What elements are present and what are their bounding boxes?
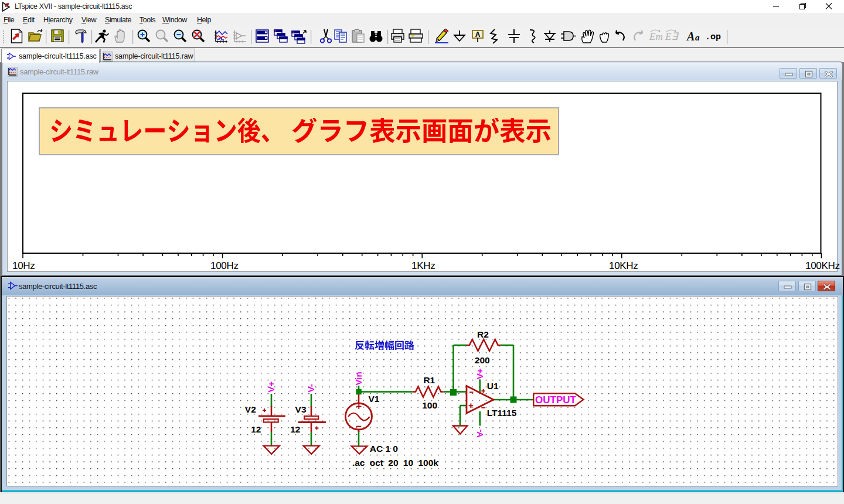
svg-text:R1: R1 [423,375,435,385]
svg-text:.ac oct 20 10 100k: .ac oct 20 10 100k [352,458,438,468]
svg-text:LT1115: LT1115 [487,408,517,418]
svg-text:V3: V3 [295,404,307,414]
svg-text:V1: V1 [369,394,380,404]
svg-text:A: A [475,30,481,39]
svg-text:A: A [686,30,695,43]
svg-text:Em: Em [649,31,663,42]
svg-text:OUTPUT: OUTPUT [535,394,577,406]
svg-text:E∃: E∃ [665,31,679,42]
svg-text:12: 12 [290,424,300,434]
svg-text:200: 200 [475,355,490,365]
svg-text:100: 100 [422,400,437,410]
svg-text:V+: V+ [475,368,485,379]
svg-text:Vin: Vin [353,372,363,385]
svg-text:AC 1 0: AC 1 0 [370,444,398,454]
svg-text:V-: V- [475,429,485,437]
svg-text:V+: V+ [266,381,276,392]
svg-text:12: 12 [251,424,261,434]
svg-text:R2: R2 [477,329,489,339]
svg-text:.op: .op [705,32,721,42]
svg-text:V-: V- [306,384,316,392]
svg-text:a: a [695,33,700,42]
svg-text:V2: V2 [245,404,256,414]
svg-text:U1: U1 [487,381,499,391]
